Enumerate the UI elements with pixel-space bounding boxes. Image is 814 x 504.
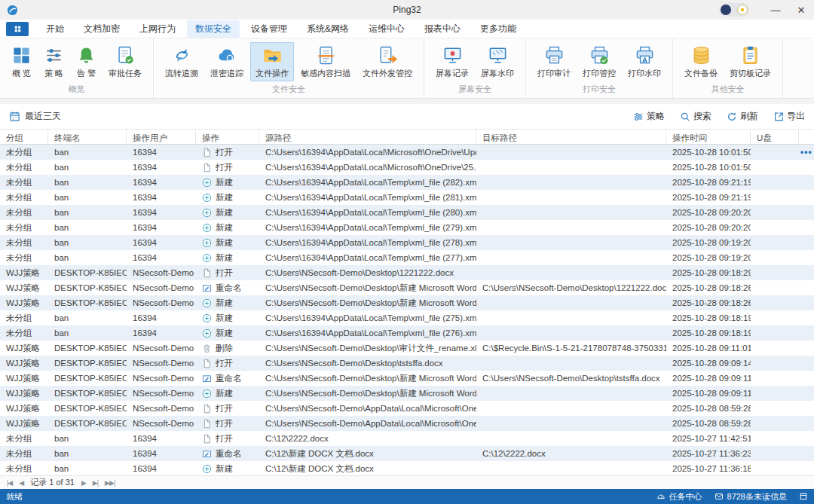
ribbon-item[interactable]: 流转追溯 <box>160 42 204 81</box>
cell-group: WJJ策略 <box>0 295 48 310</box>
cell-terminal: ban <box>48 250 127 265</box>
column-header[interactable]: 操作用户 <box>127 130 196 144</box>
row-menu[interactable]: ••• <box>799 145 814 160</box>
row-menu <box>799 416 814 431</box>
ribbon-item[interactable]: 屏幕水印 <box>476 42 519 81</box>
toolbar-policy-button[interactable]: 策略 <box>633 110 665 123</box>
menu-tab[interactable]: 设备管理 <box>243 20 295 38</box>
table-row[interactable]: 未分组ban16394新建C:\Users\16394\AppData\Loca… <box>0 220 814 235</box>
table-row[interactable]: WJJ策略DESKTOP-K85IEOFNSecsoft-Demo新建C:\Us… <box>0 386 814 401</box>
table-row[interactable]: WJJ策略DESKTOP-K85IEOFNSecsoft-Demo打开C:\Us… <box>0 265 814 280</box>
column-header[interactable]: 目标路径 <box>476 130 666 144</box>
column-header[interactable]: 终端名 <box>48 130 127 144</box>
table-row[interactable]: WJJ策略DESKTOP-K85IEOFNSecsoft-Demo打开C:\Us… <box>0 401 814 416</box>
column-header[interactable]: 源路径 <box>259 130 476 144</box>
menu-tab[interactable]: 数据安全 <box>187 20 240 38</box>
ribbon-item-label: 打印审计 <box>537 68 571 79</box>
table-row[interactable]: 未分组ban16394打开C:\Users\16394\AppData\Loca… <box>0 145 814 160</box>
table-row[interactable]: 未分组ban16394打开C:\12\2222.docx2025-10-27 1… <box>0 431 814 446</box>
cell-user: NSecsoft-Demo <box>127 295 196 310</box>
table-row[interactable]: 未分组ban16394新建C:\12\新建 DOCX 文档.docx2025-1… <box>0 461 814 475</box>
table-row[interactable]: 未分组ban16394新建C:\Users\16394\AppData\Loca… <box>0 250 814 265</box>
date-range-filter[interactable]: 最近三天 <box>9 110 61 123</box>
menu-tab[interactable]: 更多功能 <box>472 20 525 38</box>
toolbar-refresh-button[interactable]: 刷新 <box>727 110 758 123</box>
ribbon-item[interactable]: 打印水印 <box>623 42 666 81</box>
pager-first-icon[interactable]: |◀ <box>7 479 12 487</box>
plus-icon <box>202 178 212 188</box>
menu-tab[interactable]: 运维中心 <box>360 20 413 38</box>
ribbon-item[interactable]: 打印管控 <box>577 42 621 81</box>
menu-tab[interactable]: 上网行为 <box>131 20 184 38</box>
cell-usb <box>751 145 799 160</box>
table-row[interactable]: WJJ策略DESKTOP-K85IEOFNSecsoft-Demo打开C:\Us… <box>0 416 814 431</box>
column-header[interactable]: 分组 <box>0 130 48 144</box>
ribbon-item-label: 审批任务 <box>109 68 142 79</box>
task-center-button[interactable]: 任务中心 <box>656 491 702 502</box>
table-row[interactable]: 未分组ban16394新建C:\Users\16394\AppData\Loca… <box>0 310 814 325</box>
ribbon-item[interactable]: 文件备份 <box>679 42 723 81</box>
ribbon-item[interactable]: 打印审计 <box>532 42 576 81</box>
cell-source: C:\12\新建 DOCX 文档.docx <box>259 446 476 461</box>
table-row[interactable]: 未分组ban16394新建C:\Users\16394\AppData\Loca… <box>0 205 814 220</box>
ribbon-item[interactable]: 屏幕记录 <box>430 42 474 81</box>
ribbon-item[interactable]: 告 警 <box>71 42 102 81</box>
ribbon-item[interactable]: 文件外发管控 <box>357 42 418 81</box>
table-row[interactable]: WJJ策略DESKTOP-K85IEOFNSecsoft-Demo删除C:\Us… <box>0 341 814 356</box>
table-row[interactable]: 未分组ban16394重命名C:\12\新建 DOCX 文档.docxC:\12… <box>0 446 814 461</box>
ribbon-item[interactable]: 敏感内容扫描 <box>295 42 356 81</box>
ribbon-item-label: 文件备份 <box>684 68 718 79</box>
operation-label: 新建 <box>216 298 233 309</box>
pager-next-icon[interactable]: ▶ <box>81 479 86 487</box>
ribbon-item[interactable]: 剪切板记录 <box>724 42 776 81</box>
table-row[interactable]: WJJ策略DESKTOP-K85IEOFNSecsoft-Demo重命名C:\U… <box>0 371 814 386</box>
table-row[interactable]: WJJ策略DESKTOP-K85IEOFNSecsoft-Demo打开C:\Us… <box>0 356 814 371</box>
app-menu-button[interactable] <box>6 22 29 36</box>
menu-tab[interactable]: 报表中心 <box>416 20 469 38</box>
theme-toggle[interactable] <box>719 3 749 17</box>
table-row[interactable]: 未分组ban16394新建C:\Users\16394\AppData\Loca… <box>0 190 814 205</box>
operation-label: 新建 <box>216 328 233 339</box>
panel-toggle-icon[interactable] <box>799 492 808 501</box>
close-button[interactable]: ✕ <box>788 0 814 20</box>
ribbon-item[interactable]: 策 略 <box>38 42 69 81</box>
cell-target <box>476 416 666 431</box>
cell-time: 2025-10-28 09:18:26 <box>666 280 751 295</box>
unread-messages-button[interactable]: 8728条未读信息 <box>715 491 787 502</box>
file-operations-table: 分组终端名操作用户操作源路径目标路径操作时间U盘 未分组ban16394打开C:… <box>0 129 814 475</box>
plus-icon <box>202 313 212 323</box>
column-header[interactable]: 操作 <box>196 130 259 144</box>
ribbon-item[interactable]: 概 览 <box>6 42 37 81</box>
column-header[interactable]: 操作时间 <box>666 130 751 144</box>
pager-last-icon[interactable]: ▶| <box>93 479 98 487</box>
pager-fast-icon[interactable]: ▶▶| <box>105 479 115 487</box>
toolbar-search-button[interactable]: 搜索 <box>680 110 711 123</box>
search-icon <box>680 111 690 122</box>
ribbon-item[interactable]: 审批任务 <box>103 42 147 81</box>
cell-target <box>476 401 666 416</box>
cell-terminal: DESKTOP-K85IEOF <box>48 341 127 356</box>
menu-tab[interactable]: 文档加密 <box>75 20 128 38</box>
menu-tab[interactable]: 开始 <box>38 20 72 38</box>
table-row[interactable]: 未分组ban16394新建C:\Users\16394\AppData\Loca… <box>0 325 814 341</box>
column-header[interactable]: U盘 <box>751 130 799 144</box>
table-row[interactable]: WJJ策略DESKTOP-K85IEOFNSecsoft-Demo重命名C:\U… <box>0 280 814 295</box>
ribbon-group-items: 文件备份剪切板记录 <box>679 42 776 82</box>
table-row[interactable]: 未分组ban16394打开C:\Users\16394\AppData\Loca… <box>0 160 814 175</box>
print-wm-icon <box>635 45 655 66</box>
table-row[interactable]: WJJ策略DESKTOP-K85IEOFNSecsoft-Demo新建C:\Us… <box>0 295 814 310</box>
cell-op: 新建 <box>196 310 259 325</box>
ribbon-item[interactable]: 文件操作 <box>250 42 294 81</box>
pager-prev-icon[interactable]: ◀ <box>19 479 23 487</box>
cell-op: 新建 <box>196 295 259 310</box>
table-row[interactable]: 未分组ban16394新建C:\Users\16394\AppData\Loca… <box>0 235 814 250</box>
table-row[interactable]: 未分组ban16394新建C:\Users\16394\AppData\Loca… <box>0 175 814 190</box>
minimize-button[interactable]: — <box>763 0 788 20</box>
cell-user: 16394 <box>127 205 196 220</box>
cell-target <box>476 295 666 310</box>
ribbon-item[interactable]: 泄密追踪 <box>205 42 249 81</box>
toolbar-export-button[interactable]: 导出 <box>773 110 805 123</box>
cell-usb <box>751 280 799 295</box>
menu-tab[interactable]: 系统&网络 <box>298 20 357 38</box>
app-logo-icon <box>7 5 18 16</box>
